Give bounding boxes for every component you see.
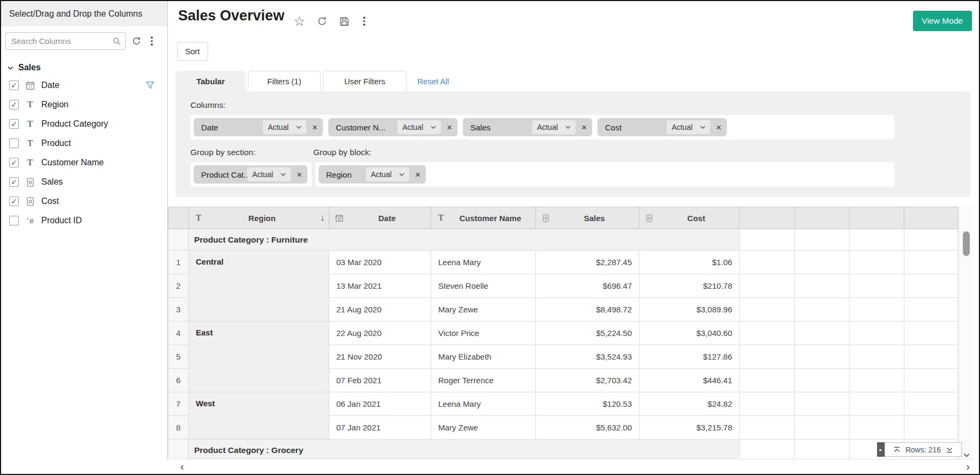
sort-button[interactable]: Sort <box>177 42 208 61</box>
region-cell: Central <box>189 251 329 321</box>
tree-item-label: Date <box>41 81 60 90</box>
checkbox-checked[interactable]: ✓ <box>9 81 19 90</box>
filter-funnel-icon[interactable] <box>146 81 154 90</box>
cost-cell: $3,089.96 <box>639 298 740 321</box>
columns-label: Columns: <box>190 100 225 110</box>
remove-pill-icon[interactable]: × <box>415 170 421 179</box>
section-pill-product-category[interactable]: Product Cat... Actual × <box>194 165 307 184</box>
chevron-down-icon <box>431 126 436 129</box>
sidebar-more-button[interactable] <box>148 34 156 48</box>
text-type-icon: T <box>436 214 446 222</box>
scroll-to-bottom-icon[interactable] <box>946 446 953 454</box>
sales-cell: $8,498.72 <box>536 298 639 321</box>
aggregation-dropdown[interactable]: Actual <box>667 120 710 134</box>
empty-column-header <box>795 207 850 229</box>
tree-item-region[interactable]: ✓ T Region <box>8 95 162 114</box>
row-number: 3 <box>168 298 189 321</box>
region-cell: West <box>189 392 329 440</box>
cost-cell: $24.82 <box>639 392 740 416</box>
tree-item-sales[interactable]: ✓ Sales <box>8 172 162 192</box>
column-pill-date[interactable]: Date Actual × <box>194 118 323 136</box>
column-header-customer[interactable]: T Customer Name <box>431 207 536 229</box>
empty-column-header <box>740 207 795 229</box>
checkbox-checked[interactable]: ✓ <box>9 119 19 129</box>
tree-group-label: Sales <box>18 63 41 72</box>
group-section-dropzone[interactable]: Product Cat... Actual × <box>190 162 312 187</box>
remove-pill-icon[interactable]: × <box>716 123 721 132</box>
aggregation-dropdown[interactable]: Actual <box>532 120 576 134</box>
column-pill-sales[interactable]: Sales Actual × <box>463 118 592 136</box>
currency-type-icon <box>25 197 35 206</box>
tree-group-sales[interactable]: Sales <box>8 60 162 76</box>
aggregation-dropdown[interactable]: Actual <box>366 167 409 181</box>
save-icon <box>339 16 350 27</box>
search-input[interactable] <box>5 32 126 50</box>
text-type-icon: T <box>25 120 35 128</box>
tree-item-cost[interactable]: ✓ Cost <box>8 192 162 211</box>
pager-expand-tab[interactable]: ▸ <box>877 442 885 457</box>
checkbox-checked[interactable]: ✓ <box>9 100 19 109</box>
tree-item-label: Cost <box>41 196 59 206</box>
table-row: 4 East 22 Aug 2020 Victor Price $5,224.5… <box>168 321 958 345</box>
tab-user-filters[interactable]: User Filters <box>323 71 407 91</box>
tree-item-date[interactable]: ✓ 17 Date <box>8 76 162 95</box>
sales-cell: $5,224.50 <box>536 321 639 345</box>
chevron-left-icon[interactable]: ‹ <box>180 460 184 473</box>
rows-pager: ▸ Rows: 216 <box>877 442 962 457</box>
sidebar-title: Select/Drag and Drop the Columns <box>1 1 167 26</box>
tab-filters[interactable]: Filters (1) <box>248 71 321 91</box>
reset-all-link[interactable]: Reset All <box>417 71 449 91</box>
star-icon: ☆ <box>293 14 305 28</box>
aggregation-dropdown[interactable]: Actual <box>397 120 441 134</box>
refresh-view-button[interactable] <box>315 14 329 28</box>
sales-cell: $3,524.93 <box>536 345 639 369</box>
horizontal-scrollbar[interactable]: ‹ › <box>167 459 974 474</box>
cost-cell: $3,215.78 <box>639 416 740 440</box>
remove-pill-icon[interactable]: × <box>312 123 318 132</box>
rows-count-label: Rows: 216 <box>905 445 941 454</box>
vertical-scrollbar[interactable] <box>959 207 974 459</box>
aggregation-dropdown[interactable]: Actual <box>263 120 306 134</box>
calendar-icon: 17 <box>25 81 35 90</box>
column-header-cost[interactable]: Cost <box>639 207 740 229</box>
block-pill-region[interactable]: Region Actual × <box>319 165 426 184</box>
tree-item-customer-name[interactable]: ✓ T Customer Name <box>8 153 162 172</box>
customer-cell: Steven Roelle <box>431 274 536 298</box>
vertical-scrollbar-thumb[interactable] <box>963 231 970 256</box>
tree-item-product[interactable]: T Product <box>8 134 162 153</box>
checkbox-unchecked[interactable] <box>9 216 19 225</box>
column-header-region[interactable]: T Region ↓ <box>189 207 329 229</box>
checkbox-unchecked[interactable] <box>9 138 19 148</box>
cost-cell: $3,040.60 <box>639 321 740 345</box>
column-pill-customer-name[interactable]: Customer N... Actual × <box>328 118 458 136</box>
checkbox-checked[interactable]: ✓ <box>9 196 19 206</box>
favorite-button[interactable]: ☆ <box>292 13 306 29</box>
chevron-right-icon[interactable]: › <box>966 460 970 473</box>
date-cell: 21 Aug 2020 <box>329 298 431 321</box>
save-button[interactable] <box>338 15 351 28</box>
checkbox-checked[interactable]: ✓ <box>9 177 19 187</box>
group-by-block-label: Group by block: <box>313 148 372 157</box>
sort-desc-icon[interactable]: ↓ <box>320 213 325 223</box>
remove-pill-icon[interactable]: × <box>447 123 452 132</box>
view-mode-button[interactable]: View Mode <box>913 11 972 31</box>
checkbox-checked[interactable]: ✓ <box>9 158 19 167</box>
row-number: 8 <box>168 416 189 440</box>
refresh-columns-button[interactable] <box>130 35 143 47</box>
chevron-down-icon <box>8 66 13 70</box>
builder-panel: Columns: Date Actual × Customer N... <box>175 91 970 197</box>
remove-pill-icon[interactable]: × <box>297 170 302 179</box>
tab-tabular[interactable]: Tabular <box>175 71 246 91</box>
column-pill-cost[interactable]: Cost Actual × <box>598 118 727 136</box>
kebab-icon <box>149 35 155 47</box>
more-actions-button[interactable] <box>360 14 369 28</box>
scroll-to-top-icon[interactable] <box>893 446 901 454</box>
column-header-date[interactable]: 17 Date <box>329 207 431 229</box>
remove-pill-icon[interactable]: × <box>581 123 587 132</box>
aggregation-dropdown[interactable]: Actual <box>247 167 291 181</box>
column-header-sales[interactable]: Sales <box>536 207 639 229</box>
group-block-dropzone[interactable]: Region Actual × <box>315 162 894 187</box>
columns-dropzone[interactable]: Date Actual × Customer N... Actual <box>190 115 894 140</box>
tree-item-product-category[interactable]: ✓ T Product Category <box>8 114 162 134</box>
tree-item-product-id[interactable]: +# Product ID <box>8 211 162 230</box>
